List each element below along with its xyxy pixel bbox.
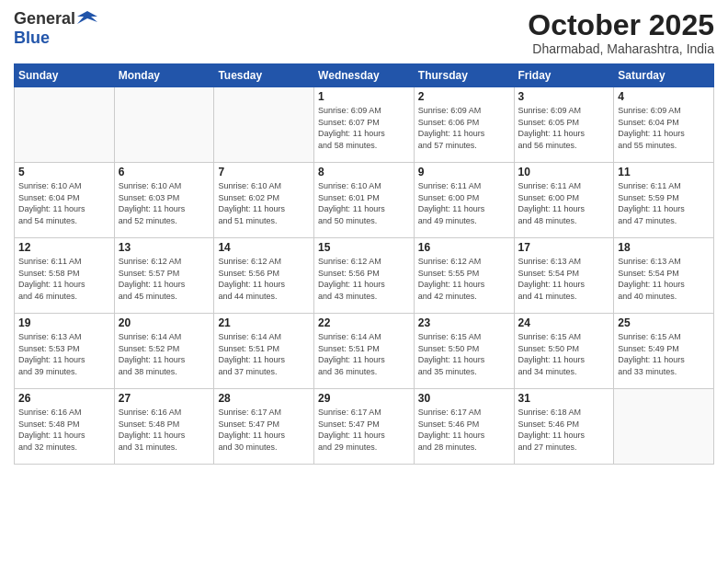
calendar-week-5: 26Sunrise: 6:16 AM Sunset: 5:48 PM Dayli… [15, 389, 714, 465]
day-info: Sunrise: 6:10 AM Sunset: 6:04 PM Dayligh… [18, 180, 110, 226]
day-number: 28 [218, 392, 310, 405]
day-info: Sunrise: 6:16 AM Sunset: 5:48 PM Dayligh… [119, 407, 210, 453]
calendar-week-2: 5Sunrise: 6:10 AM Sunset: 6:04 PM Daylig… [15, 163, 714, 238]
calendar-cell: 1Sunrise: 6:09 AM Sunset: 6:07 PM Daylig… [314, 87, 415, 163]
day-number: 14 [218, 241, 310, 254]
day-info: Sunrise: 6:14 AM Sunset: 5:51 PM Dayligh… [318, 331, 410, 377]
month-title: October 2025 [528, 9, 714, 41]
day-number: 2 [418, 90, 510, 103]
day-info: Sunrise: 6:12 AM Sunset: 5:57 PM Dayligh… [119, 256, 210, 302]
day-number: 16 [418, 241, 510, 254]
day-info: Sunrise: 6:18 AM Sunset: 5:46 PM Dayligh… [518, 407, 610, 453]
calendar-week-3: 12Sunrise: 6:11 AM Sunset: 5:58 PM Dayli… [15, 238, 714, 314]
day-number: 29 [318, 392, 410, 405]
day-number: 8 [318, 166, 410, 178]
day-number: 19 [18, 316, 110, 329]
calendar-cell [114, 87, 214, 163]
day-info: Sunrise: 6:09 AM Sunset: 6:05 PM Dayligh… [518, 105, 610, 151]
calendar-week-4: 19Sunrise: 6:13 AM Sunset: 5:53 PM Dayli… [15, 314, 714, 389]
calendar-cell: 15Sunrise: 6:12 AM Sunset: 5:56 PM Dayli… [314, 238, 415, 314]
day-info: Sunrise: 6:17 AM Sunset: 5:47 PM Dayligh… [218, 407, 310, 453]
day-number: 10 [518, 166, 610, 178]
calendar-cell: 25Sunrise: 6:15 AM Sunset: 5:49 PM Dayli… [614, 314, 714, 389]
day-info: Sunrise: 6:13 AM Sunset: 5:54 PM Dayligh… [618, 256, 710, 302]
calendar-cell [15, 87, 115, 163]
day-info: Sunrise: 6:14 AM Sunset: 5:52 PM Dayligh… [119, 331, 210, 377]
logo: General Blue [14, 9, 97, 48]
day-number: 21 [218, 316, 310, 329]
calendar-weekday-wednesday: Wednesday [314, 64, 415, 87]
calendar-cell [214, 87, 314, 163]
calendar-cell: 11Sunrise: 6:11 AM Sunset: 5:59 PM Dayli… [614, 163, 714, 238]
calendar-cell: 9Sunrise: 6:11 AM Sunset: 6:00 PM Daylig… [414, 163, 514, 238]
day-info: Sunrise: 6:15 AM Sunset: 5:49 PM Dayligh… [618, 331, 710, 377]
logo-bird-icon [77, 9, 97, 29]
day-number: 1 [318, 90, 410, 103]
calendar-cell: 13Sunrise: 6:12 AM Sunset: 5:57 PM Dayli… [114, 238, 214, 314]
day-info: Sunrise: 6:15 AM Sunset: 5:50 PM Dayligh… [518, 331, 610, 377]
day-info: Sunrise: 6:17 AM Sunset: 5:46 PM Dayligh… [418, 407, 510, 453]
calendar-cell: 27Sunrise: 6:16 AM Sunset: 5:48 PM Dayli… [114, 389, 214, 465]
calendar-cell: 16Sunrise: 6:12 AM Sunset: 5:55 PM Dayli… [414, 238, 514, 314]
day-number: 6 [119, 166, 210, 178]
calendar-weekday-saturday: Saturday [614, 64, 714, 87]
day-number: 4 [618, 90, 710, 103]
calendar-cell: 3Sunrise: 6:09 AM Sunset: 6:05 PM Daylig… [514, 87, 614, 163]
day-number: 18 [618, 241, 710, 254]
day-number: 17 [518, 241, 610, 254]
day-info: Sunrise: 6:10 AM Sunset: 6:03 PM Dayligh… [119, 180, 210, 226]
calendar-cell: 2Sunrise: 6:09 AM Sunset: 6:06 PM Daylig… [414, 87, 514, 163]
day-info: Sunrise: 6:10 AM Sunset: 6:02 PM Dayligh… [218, 180, 310, 226]
calendar-cell: 26Sunrise: 6:16 AM Sunset: 5:48 PM Dayli… [15, 389, 115, 465]
day-number: 11 [618, 166, 710, 178]
svg-marker-0 [77, 11, 97, 24]
day-number: 27 [119, 392, 210, 405]
calendar-cell: 23Sunrise: 6:15 AM Sunset: 5:50 PM Dayli… [414, 314, 514, 389]
calendar-cell: 10Sunrise: 6:11 AM Sunset: 6:00 PM Dayli… [514, 163, 614, 238]
day-number: 31 [518, 392, 610, 405]
day-info: Sunrise: 6:11 AM Sunset: 5:59 PM Dayligh… [618, 180, 710, 226]
calendar-cell: 8Sunrise: 6:10 AM Sunset: 6:01 PM Daylig… [314, 163, 415, 238]
day-number: 5 [18, 166, 110, 178]
logo-blue-text: Blue [14, 29, 97, 48]
day-info: Sunrise: 6:09 AM Sunset: 6:06 PM Dayligh… [418, 105, 510, 151]
day-info: Sunrise: 6:09 AM Sunset: 6:07 PM Dayligh… [318, 105, 410, 151]
day-number: 24 [518, 316, 610, 329]
calendar-weekday-friday: Friday [514, 64, 614, 87]
calendar-cell: 28Sunrise: 6:17 AM Sunset: 5:47 PM Dayli… [214, 389, 314, 465]
day-number: 15 [318, 241, 410, 254]
day-number: 23 [418, 316, 510, 329]
day-number: 30 [418, 392, 510, 405]
calendar-table: SundayMondayTuesdayWednesdayThursdayFrid… [14, 63, 714, 465]
calendar-cell: 4Sunrise: 6:09 AM Sunset: 6:04 PM Daylig… [614, 87, 714, 163]
day-info: Sunrise: 6:10 AM Sunset: 6:01 PM Dayligh… [318, 180, 410, 226]
calendar-cell: 31Sunrise: 6:18 AM Sunset: 5:46 PM Dayli… [514, 389, 614, 465]
calendar-cell: 12Sunrise: 6:11 AM Sunset: 5:58 PM Dayli… [15, 238, 115, 314]
page-container: General Blue October 2025 Dharmabad, Mah… [0, 0, 728, 563]
day-info: Sunrise: 6:12 AM Sunset: 5:56 PM Dayligh… [318, 256, 410, 302]
calendar-cell: 7Sunrise: 6:10 AM Sunset: 6:02 PM Daylig… [214, 163, 314, 238]
calendar-cell: 18Sunrise: 6:13 AM Sunset: 5:54 PM Dayli… [614, 238, 714, 314]
logo-general-text: General [14, 10, 75, 29]
day-number: 22 [318, 316, 410, 329]
day-info: Sunrise: 6:13 AM Sunset: 5:54 PM Dayligh… [518, 256, 610, 302]
day-number: 25 [618, 316, 710, 329]
calendar-cell: 14Sunrise: 6:12 AM Sunset: 5:56 PM Dayli… [214, 238, 314, 314]
day-number: 7 [218, 166, 310, 178]
day-number: 13 [119, 241, 210, 254]
day-info: Sunrise: 6:17 AM Sunset: 5:47 PM Dayligh… [318, 407, 410, 453]
day-number: 26 [18, 392, 110, 405]
day-info: Sunrise: 6:11 AM Sunset: 6:00 PM Dayligh… [418, 180, 510, 226]
day-info: Sunrise: 6:11 AM Sunset: 6:00 PM Dayligh… [518, 180, 610, 226]
calendar-cell: 5Sunrise: 6:10 AM Sunset: 6:04 PM Daylig… [15, 163, 115, 238]
calendar-cell: 24Sunrise: 6:15 AM Sunset: 5:50 PM Dayli… [514, 314, 614, 389]
calendar-header-row: SundayMondayTuesdayWednesdayThursdayFrid… [15, 64, 714, 87]
day-info: Sunrise: 6:15 AM Sunset: 5:50 PM Dayligh… [418, 331, 510, 377]
day-info: Sunrise: 6:09 AM Sunset: 6:04 PM Dayligh… [618, 105, 710, 151]
calendar-cell: 19Sunrise: 6:13 AM Sunset: 5:53 PM Dayli… [15, 314, 115, 389]
calendar-cell: 22Sunrise: 6:14 AM Sunset: 5:51 PM Dayli… [314, 314, 415, 389]
day-info: Sunrise: 6:14 AM Sunset: 5:51 PM Dayligh… [218, 331, 310, 377]
day-number: 9 [418, 166, 510, 178]
calendar-cell: 20Sunrise: 6:14 AM Sunset: 5:52 PM Dayli… [114, 314, 214, 389]
day-info: Sunrise: 6:11 AM Sunset: 5:58 PM Dayligh… [18, 256, 110, 302]
